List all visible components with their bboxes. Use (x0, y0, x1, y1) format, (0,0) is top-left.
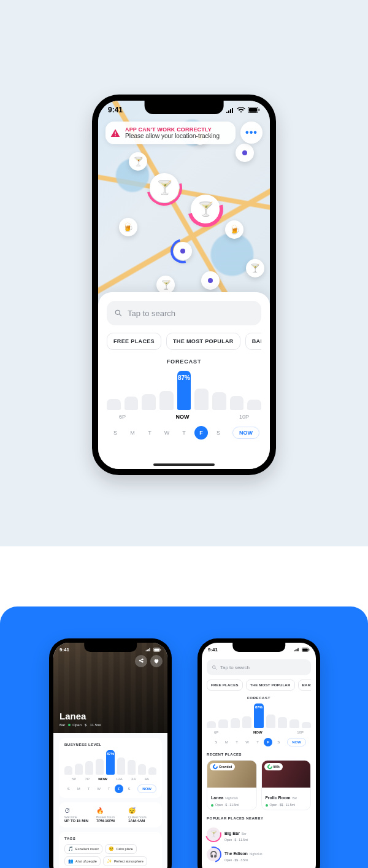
busy-bar[interactable] (117, 758, 125, 775)
chip[interactable]: BARS (298, 680, 312, 691)
day[interactable]: W (243, 738, 251, 746)
permission-alert[interactable]: APP CAN'T WORK CORRECTLY Please allow yo… (105, 122, 236, 144)
notch (84, 643, 137, 652)
chip[interactable]: THE MOST POPULAR (246, 680, 295, 691)
day-w[interactable]: W (160, 426, 174, 440)
now-button[interactable]: NOW (137, 785, 156, 793)
svg-line-12 (215, 668, 217, 669)
map-pin[interactable] (174, 242, 192, 260)
tag[interactable]: ✨Perfect atmosphere (103, 856, 147, 866)
map-pin[interactable]: 🍺 (225, 220, 243, 239)
forecast-chart[interactable]: 87% (207, 703, 311, 728)
day[interactable]: W (94, 785, 102, 793)
popular-item[interactable]: 🍸 Big BarBar Open · $ · 11.5mi (207, 824, 311, 844)
busyness-chart[interactable]: 87% (64, 750, 156, 775)
forecast-bar[interactable] (107, 399, 121, 410)
forecast-bar-now[interactable]: 87% (177, 371, 191, 410)
tag[interactable]: 😌Calm place (105, 844, 137, 854)
forecast-bar[interactable] (230, 396, 244, 410)
day[interactable]: M (74, 785, 82, 793)
bottom-sheet[interactable]: Tap to search FREE PLACES THE MOST POPUL… (98, 292, 270, 469)
map-pin[interactable]: 🍸 (246, 259, 264, 277)
recent-places[interactable]: Crowded LaneaNightclub Open · $ · 11.5mi… (207, 760, 311, 810)
bar[interactable] (302, 722, 311, 728)
moon-icon: 😴 (128, 807, 156, 814)
warning-icon (110, 128, 120, 138)
busy-bar[interactable] (85, 761, 93, 775)
bar[interactable] (218, 719, 228, 728)
busy-bar[interactable] (64, 766, 72, 775)
tags-card: TAGS 🎵Excellent music 😌Calm place 👥A lot… (59, 832, 162, 868)
popular-item[interactable]: 🎧 The EdisonNightclub Open · $$ · 3.5mi (207, 844, 311, 864)
day-t[interactable]: T (143, 426, 156, 440)
tag[interactable]: 🎵Excellent music (64, 844, 102, 854)
map-pin-selected[interactable]: 🍸 (150, 173, 179, 203)
forecast-bar[interactable] (212, 392, 226, 410)
venue-hero[interactable]: Lanea Bar Open $ 11.5mi (53, 643, 167, 733)
day-f[interactable]: F (194, 426, 208, 440)
search-input[interactable]: Tap to search (107, 301, 261, 325)
share-button[interactable] (135, 655, 147, 667)
day[interactable]: M (222, 738, 231, 746)
day-s[interactable]: S (109, 426, 122, 440)
day[interactable]: F (264, 738, 272, 746)
search-input[interactable]: Tap to search (207, 659, 311, 675)
forecast-bar[interactable] (125, 397, 139, 410)
bar[interactable] (266, 715, 275, 728)
map-pin[interactable]: 🍸 (156, 276, 175, 294)
like-button[interactable] (150, 655, 163, 667)
busy-bar[interactable] (148, 767, 156, 774)
day[interactable]: F (115, 785, 123, 793)
forecast-bar[interactable] (194, 389, 209, 410)
day[interactable]: T (232, 738, 241, 746)
chip-bars[interactable]: BARS (245, 333, 261, 350)
chip[interactable]: FREE PLACES (207, 680, 243, 691)
alert-subtitle: Please allow your location-tracking (125, 133, 229, 139)
forecast-bar[interactable] (247, 400, 261, 410)
search-icon (212, 665, 217, 670)
map-pin[interactable] (236, 144, 254, 162)
bar[interactable] (231, 718, 240, 728)
crowded-badge: Crowded (210, 763, 235, 770)
bar-now[interactable]: 87% (254, 703, 263, 728)
map-pin[interactable]: 🍸 (129, 152, 147, 171)
place-card[interactable]: Crowded LaneaNightclub Open · $ · 11.5mi (207, 760, 257, 810)
chip-most-popular[interactable]: THE MOST POPULAR (166, 333, 240, 350)
busy-bar[interactable] (75, 764, 83, 775)
forecast-chart[interactable]: 87% (107, 371, 261, 410)
bar[interactable] (278, 717, 287, 728)
day[interactable]: S (125, 785, 133, 793)
place-card[interactable]: 56% Frolic RoomBar Open · $$ · 11.5mi (261, 760, 312, 810)
percent-badge: 56% (264, 763, 283, 770)
day-m[interactable]: M (126, 426, 139, 440)
now-button[interactable]: NOW (287, 738, 306, 746)
tag[interactable]: 👥A lot of people (64, 856, 101, 866)
now-button[interactable]: NOW (232, 427, 259, 439)
day[interactable]: T (253, 738, 262, 746)
bar[interactable] (242, 716, 251, 728)
day[interactable]: T (105, 785, 113, 793)
day[interactable]: T (85, 785, 93, 793)
menu-button[interactable]: ••• (240, 122, 263, 144)
busy-bar[interactable] (138, 764, 146, 775)
chip-free-places[interactable]: FREE PLACES (107, 333, 161, 350)
search-placeholder: Tap to search (128, 309, 175, 318)
bar[interactable] (207, 721, 216, 728)
busy-bar[interactable] (128, 760, 136, 774)
map-pin[interactable]: 🍺 (119, 218, 137, 236)
home-indicator[interactable] (153, 463, 215, 466)
day[interactable]: S (64, 785, 72, 793)
busy-bar-now[interactable]: 87% (106, 750, 114, 775)
bar[interactable] (289, 719, 299, 728)
map-pin[interactable] (201, 271, 220, 290)
forecast-bar[interactable] (159, 391, 174, 410)
day[interactable]: S (212, 738, 220, 746)
busy-bar[interactable] (96, 759, 104, 775)
day-s2[interactable]: S (212, 426, 225, 440)
day-t2[interactable]: T (177, 426, 191, 440)
search-icon (114, 309, 123, 317)
day[interactable]: S (274, 738, 283, 746)
forecast-bar[interactable] (142, 394, 156, 410)
svg-point-11 (213, 665, 216, 668)
map-pin-selected[interactable]: 🍸 (191, 195, 220, 224)
